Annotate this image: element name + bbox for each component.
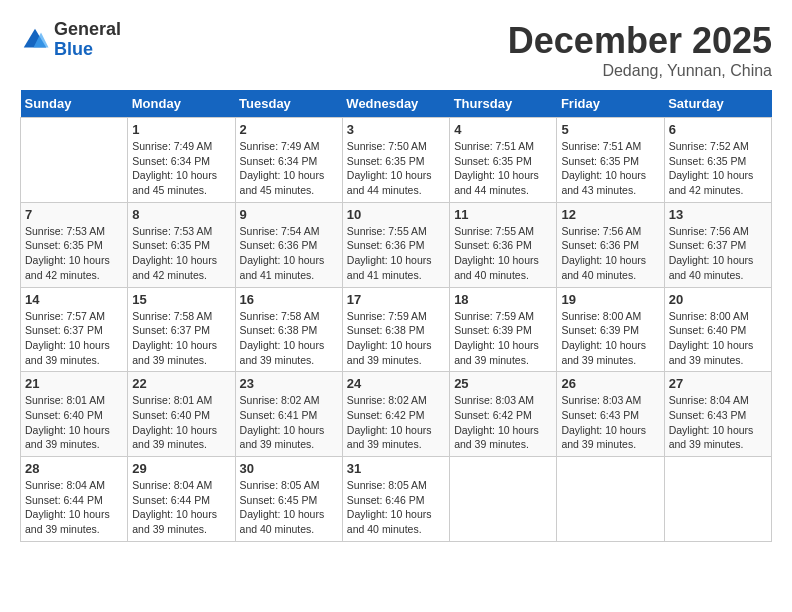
- day-number: 17: [347, 292, 445, 307]
- day-info: Sunrise: 8:04 AMSunset: 6:44 PMDaylight:…: [132, 478, 230, 537]
- week-row-4: 21 Sunrise: 8:01 AMSunset: 6:40 PMDaylig…: [21, 372, 772, 457]
- day-cell: 24 Sunrise: 8:02 AMSunset: 6:42 PMDaylig…: [342, 372, 449, 457]
- page-header: General Blue December 2025 Dedang, Yunna…: [20, 20, 772, 80]
- day-cell: 18 Sunrise: 7:59 AMSunset: 6:39 PMDaylig…: [450, 287, 557, 372]
- day-cell: 28 Sunrise: 8:04 AMSunset: 6:44 PMDaylig…: [21, 457, 128, 542]
- col-monday: Monday: [128, 90, 235, 118]
- day-number: 2: [240, 122, 338, 137]
- day-info: Sunrise: 7:55 AMSunset: 6:36 PMDaylight:…: [454, 224, 552, 283]
- week-row-3: 14 Sunrise: 7:57 AMSunset: 6:37 PMDaylig…: [21, 287, 772, 372]
- day-cell: 22 Sunrise: 8:01 AMSunset: 6:40 PMDaylig…: [128, 372, 235, 457]
- day-cell: 5 Sunrise: 7:51 AMSunset: 6:35 PMDayligh…: [557, 118, 664, 203]
- day-cell: 23 Sunrise: 8:02 AMSunset: 6:41 PMDaylig…: [235, 372, 342, 457]
- day-info: Sunrise: 7:56 AMSunset: 6:37 PMDaylight:…: [669, 224, 767, 283]
- day-number: 27: [669, 376, 767, 391]
- day-cell: 31 Sunrise: 8:05 AMSunset: 6:46 PMDaylig…: [342, 457, 449, 542]
- day-cell: 2 Sunrise: 7:49 AMSunset: 6:34 PMDayligh…: [235, 118, 342, 203]
- day-cell: 19 Sunrise: 8:00 AMSunset: 6:39 PMDaylig…: [557, 287, 664, 372]
- day-cell: [557, 457, 664, 542]
- day-info: Sunrise: 7:59 AMSunset: 6:39 PMDaylight:…: [454, 309, 552, 368]
- day-info: Sunrise: 8:05 AMSunset: 6:46 PMDaylight:…: [347, 478, 445, 537]
- day-cell: 15 Sunrise: 7:58 AMSunset: 6:37 PMDaylig…: [128, 287, 235, 372]
- day-cell: 6 Sunrise: 7:52 AMSunset: 6:35 PMDayligh…: [664, 118, 771, 203]
- day-info: Sunrise: 7:49 AMSunset: 6:34 PMDaylight:…: [132, 139, 230, 198]
- week-row-1: 1 Sunrise: 7:49 AMSunset: 6:34 PMDayligh…: [21, 118, 772, 203]
- day-number: 12: [561, 207, 659, 222]
- month-title: December 2025: [508, 20, 772, 62]
- col-friday: Friday: [557, 90, 664, 118]
- day-cell: 4 Sunrise: 7:51 AMSunset: 6:35 PMDayligh…: [450, 118, 557, 203]
- title-block: December 2025 Dedang, Yunnan, China: [508, 20, 772, 80]
- logo-general: General: [54, 20, 121, 40]
- col-sunday: Sunday: [21, 90, 128, 118]
- day-number: 14: [25, 292, 123, 307]
- day-info: Sunrise: 7:56 AMSunset: 6:36 PMDaylight:…: [561, 224, 659, 283]
- day-number: 11: [454, 207, 552, 222]
- day-number: 13: [669, 207, 767, 222]
- day-cell: 7 Sunrise: 7:53 AMSunset: 6:35 PMDayligh…: [21, 202, 128, 287]
- day-info: Sunrise: 8:03 AMSunset: 6:42 PMDaylight:…: [454, 393, 552, 452]
- day-number: 3: [347, 122, 445, 137]
- day-number: 15: [132, 292, 230, 307]
- day-cell: 8 Sunrise: 7:53 AMSunset: 6:35 PMDayligh…: [128, 202, 235, 287]
- day-info: Sunrise: 8:03 AMSunset: 6:43 PMDaylight:…: [561, 393, 659, 452]
- day-number: 16: [240, 292, 338, 307]
- day-number: 22: [132, 376, 230, 391]
- day-number: 5: [561, 122, 659, 137]
- day-info: Sunrise: 8:02 AMSunset: 6:42 PMDaylight:…: [347, 393, 445, 452]
- col-saturday: Saturday: [664, 90, 771, 118]
- day-info: Sunrise: 7:59 AMSunset: 6:38 PMDaylight:…: [347, 309, 445, 368]
- day-number: 9: [240, 207, 338, 222]
- day-cell: 13 Sunrise: 7:56 AMSunset: 6:37 PMDaylig…: [664, 202, 771, 287]
- day-number: 30: [240, 461, 338, 476]
- day-info: Sunrise: 7:53 AMSunset: 6:35 PMDaylight:…: [132, 224, 230, 283]
- week-row-5: 28 Sunrise: 8:04 AMSunset: 6:44 PMDaylig…: [21, 457, 772, 542]
- day-cell: [21, 118, 128, 203]
- day-cell: 9 Sunrise: 7:54 AMSunset: 6:36 PMDayligh…: [235, 202, 342, 287]
- day-cell: [664, 457, 771, 542]
- logo-blue: Blue: [54, 40, 121, 60]
- day-number: 26: [561, 376, 659, 391]
- day-cell: 29 Sunrise: 8:04 AMSunset: 6:44 PMDaylig…: [128, 457, 235, 542]
- week-row-2: 7 Sunrise: 7:53 AMSunset: 6:35 PMDayligh…: [21, 202, 772, 287]
- calendar-table: Sunday Monday Tuesday Wednesday Thursday…: [20, 90, 772, 542]
- logo: General Blue: [20, 20, 121, 60]
- day-number: 20: [669, 292, 767, 307]
- day-cell: 25 Sunrise: 8:03 AMSunset: 6:42 PMDaylig…: [450, 372, 557, 457]
- logo-icon: [20, 25, 50, 55]
- day-info: Sunrise: 8:05 AMSunset: 6:45 PMDaylight:…: [240, 478, 338, 537]
- day-cell: 1 Sunrise: 7:49 AMSunset: 6:34 PMDayligh…: [128, 118, 235, 203]
- day-cell: 3 Sunrise: 7:50 AMSunset: 6:35 PMDayligh…: [342, 118, 449, 203]
- day-info: Sunrise: 7:57 AMSunset: 6:37 PMDaylight:…: [25, 309, 123, 368]
- day-info: Sunrise: 8:02 AMSunset: 6:41 PMDaylight:…: [240, 393, 338, 452]
- day-cell: 11 Sunrise: 7:55 AMSunset: 6:36 PMDaylig…: [450, 202, 557, 287]
- day-info: Sunrise: 7:52 AMSunset: 6:35 PMDaylight:…: [669, 139, 767, 198]
- header-row: Sunday Monday Tuesday Wednesday Thursday…: [21, 90, 772, 118]
- day-info: Sunrise: 7:55 AMSunset: 6:36 PMDaylight:…: [347, 224, 445, 283]
- day-cell: 10 Sunrise: 7:55 AMSunset: 6:36 PMDaylig…: [342, 202, 449, 287]
- day-info: Sunrise: 7:51 AMSunset: 6:35 PMDaylight:…: [561, 139, 659, 198]
- day-number: 4: [454, 122, 552, 137]
- day-cell: 20 Sunrise: 8:00 AMSunset: 6:40 PMDaylig…: [664, 287, 771, 372]
- day-info: Sunrise: 7:51 AMSunset: 6:35 PMDaylight:…: [454, 139, 552, 198]
- day-cell: 26 Sunrise: 8:03 AMSunset: 6:43 PMDaylig…: [557, 372, 664, 457]
- day-number: 28: [25, 461, 123, 476]
- day-number: 18: [454, 292, 552, 307]
- day-number: 8: [132, 207, 230, 222]
- day-info: Sunrise: 8:00 AMSunset: 6:40 PMDaylight:…: [669, 309, 767, 368]
- day-number: 24: [347, 376, 445, 391]
- col-thursday: Thursday: [450, 90, 557, 118]
- day-cell: 12 Sunrise: 7:56 AMSunset: 6:36 PMDaylig…: [557, 202, 664, 287]
- day-info: Sunrise: 8:01 AMSunset: 6:40 PMDaylight:…: [132, 393, 230, 452]
- day-info: Sunrise: 8:00 AMSunset: 6:39 PMDaylight:…: [561, 309, 659, 368]
- day-number: 21: [25, 376, 123, 391]
- day-number: 31: [347, 461, 445, 476]
- day-info: Sunrise: 7:53 AMSunset: 6:35 PMDaylight:…: [25, 224, 123, 283]
- location: Dedang, Yunnan, China: [508, 62, 772, 80]
- day-info: Sunrise: 7:58 AMSunset: 6:38 PMDaylight:…: [240, 309, 338, 368]
- day-number: 7: [25, 207, 123, 222]
- day-number: 25: [454, 376, 552, 391]
- logo-text: General Blue: [54, 20, 121, 60]
- day-cell: 14 Sunrise: 7:57 AMSunset: 6:37 PMDaylig…: [21, 287, 128, 372]
- day-info: Sunrise: 7:50 AMSunset: 6:35 PMDaylight:…: [347, 139, 445, 198]
